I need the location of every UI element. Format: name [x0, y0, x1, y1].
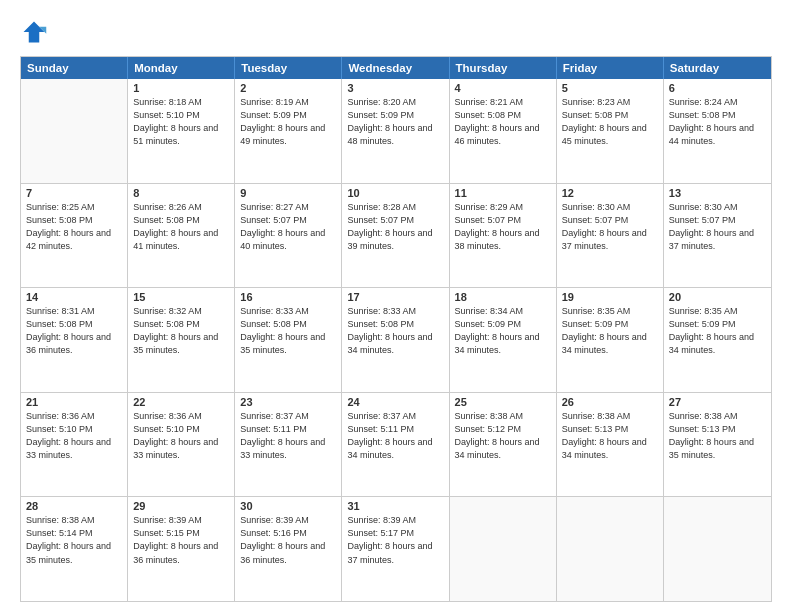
- calendar-header: SundayMondayTuesdayWednesdayThursdayFrid…: [21, 57, 771, 79]
- calendar-row-2: 14Sunrise: 8:31 AM Sunset: 5:08 PM Dayli…: [21, 287, 771, 392]
- day-number: 28: [26, 500, 122, 512]
- cell-info: Sunrise: 8:21 AM Sunset: 5:08 PM Dayligh…: [455, 96, 551, 148]
- day-number: 20: [669, 291, 766, 303]
- cell-info: Sunrise: 8:38 AM Sunset: 5:12 PM Dayligh…: [455, 410, 551, 462]
- calendar-cell: 13Sunrise: 8:30 AM Sunset: 5:07 PM Dayli…: [664, 184, 771, 288]
- cell-info: Sunrise: 8:31 AM Sunset: 5:08 PM Dayligh…: [26, 305, 122, 357]
- day-number: 12: [562, 187, 658, 199]
- cell-info: Sunrise: 8:38 AM Sunset: 5:14 PM Dayligh…: [26, 514, 122, 566]
- calendar-body: 1Sunrise: 8:18 AM Sunset: 5:10 PM Daylig…: [21, 79, 771, 601]
- day-number: 16: [240, 291, 336, 303]
- calendar-cell: [664, 497, 771, 601]
- calendar-row-3: 21Sunrise: 8:36 AM Sunset: 5:10 PM Dayli…: [21, 392, 771, 497]
- logo: [20, 18, 52, 46]
- cell-info: Sunrise: 8:30 AM Sunset: 5:07 PM Dayligh…: [562, 201, 658, 253]
- day-number: 4: [455, 82, 551, 94]
- calendar-cell: 2Sunrise: 8:19 AM Sunset: 5:09 PM Daylig…: [235, 79, 342, 183]
- day-number: 18: [455, 291, 551, 303]
- day-number: 22: [133, 396, 229, 408]
- day-number: 30: [240, 500, 336, 512]
- calendar-cell: 23Sunrise: 8:37 AM Sunset: 5:11 PM Dayli…: [235, 393, 342, 497]
- calendar-cell: 27Sunrise: 8:38 AM Sunset: 5:13 PM Dayli…: [664, 393, 771, 497]
- calendar-cell: 7Sunrise: 8:25 AM Sunset: 5:08 PM Daylig…: [21, 184, 128, 288]
- calendar-cell: 3Sunrise: 8:20 AM Sunset: 5:09 PM Daylig…: [342, 79, 449, 183]
- cell-info: Sunrise: 8:25 AM Sunset: 5:08 PM Dayligh…: [26, 201, 122, 253]
- calendar-cell: [450, 497, 557, 601]
- day-number: 9: [240, 187, 336, 199]
- header: [20, 18, 772, 46]
- day-number: 26: [562, 396, 658, 408]
- day-number: 29: [133, 500, 229, 512]
- calendar-cell: 26Sunrise: 8:38 AM Sunset: 5:13 PM Dayli…: [557, 393, 664, 497]
- day-number: 19: [562, 291, 658, 303]
- day-number: 6: [669, 82, 766, 94]
- calendar-cell: 16Sunrise: 8:33 AM Sunset: 5:08 PM Dayli…: [235, 288, 342, 392]
- day-number: 8: [133, 187, 229, 199]
- calendar-cell: 24Sunrise: 8:37 AM Sunset: 5:11 PM Dayli…: [342, 393, 449, 497]
- calendar-cell: 8Sunrise: 8:26 AM Sunset: 5:08 PM Daylig…: [128, 184, 235, 288]
- calendar-cell: 20Sunrise: 8:35 AM Sunset: 5:09 PM Dayli…: [664, 288, 771, 392]
- cell-info: Sunrise: 8:39 AM Sunset: 5:15 PM Dayligh…: [133, 514, 229, 566]
- cell-info: Sunrise: 8:38 AM Sunset: 5:13 PM Dayligh…: [562, 410, 658, 462]
- calendar-cell: 21Sunrise: 8:36 AM Sunset: 5:10 PM Dayli…: [21, 393, 128, 497]
- cell-info: Sunrise: 8:35 AM Sunset: 5:09 PM Dayligh…: [562, 305, 658, 357]
- header-day-monday: Monday: [128, 57, 235, 79]
- header-day-thursday: Thursday: [450, 57, 557, 79]
- cell-info: Sunrise: 8:37 AM Sunset: 5:11 PM Dayligh…: [240, 410, 336, 462]
- calendar-cell: [21, 79, 128, 183]
- cell-info: Sunrise: 8:19 AM Sunset: 5:09 PM Dayligh…: [240, 96, 336, 148]
- page: SundayMondayTuesdayWednesdayThursdayFrid…: [0, 0, 792, 612]
- cell-info: Sunrise: 8:27 AM Sunset: 5:07 PM Dayligh…: [240, 201, 336, 253]
- logo-icon: [20, 18, 48, 46]
- calendar-cell: 29Sunrise: 8:39 AM Sunset: 5:15 PM Dayli…: [128, 497, 235, 601]
- cell-info: Sunrise: 8:39 AM Sunset: 5:17 PM Dayligh…: [347, 514, 443, 566]
- cell-info: Sunrise: 8:32 AM Sunset: 5:08 PM Dayligh…: [133, 305, 229, 357]
- calendar-cell: 6Sunrise: 8:24 AM Sunset: 5:08 PM Daylig…: [664, 79, 771, 183]
- cell-info: Sunrise: 8:37 AM Sunset: 5:11 PM Dayligh…: [347, 410, 443, 462]
- calendar-cell: 19Sunrise: 8:35 AM Sunset: 5:09 PM Dayli…: [557, 288, 664, 392]
- day-number: 31: [347, 500, 443, 512]
- day-number: 3: [347, 82, 443, 94]
- cell-info: Sunrise: 8:26 AM Sunset: 5:08 PM Dayligh…: [133, 201, 229, 253]
- calendar-cell: 5Sunrise: 8:23 AM Sunset: 5:08 PM Daylig…: [557, 79, 664, 183]
- calendar-cell: 11Sunrise: 8:29 AM Sunset: 5:07 PM Dayli…: [450, 184, 557, 288]
- calendar-cell: 17Sunrise: 8:33 AM Sunset: 5:08 PM Dayli…: [342, 288, 449, 392]
- cell-info: Sunrise: 8:36 AM Sunset: 5:10 PM Dayligh…: [26, 410, 122, 462]
- day-number: 14: [26, 291, 122, 303]
- day-number: 27: [669, 396, 766, 408]
- header-day-friday: Friday: [557, 57, 664, 79]
- day-number: 7: [26, 187, 122, 199]
- cell-info: Sunrise: 8:38 AM Sunset: 5:13 PM Dayligh…: [669, 410, 766, 462]
- calendar-cell: 25Sunrise: 8:38 AM Sunset: 5:12 PM Dayli…: [450, 393, 557, 497]
- cell-info: Sunrise: 8:28 AM Sunset: 5:07 PM Dayligh…: [347, 201, 443, 253]
- header-day-sunday: Sunday: [21, 57, 128, 79]
- calendar-cell: 12Sunrise: 8:30 AM Sunset: 5:07 PM Dayli…: [557, 184, 664, 288]
- cell-info: Sunrise: 8:24 AM Sunset: 5:08 PM Dayligh…: [669, 96, 766, 148]
- day-number: 13: [669, 187, 766, 199]
- calendar-cell: 28Sunrise: 8:38 AM Sunset: 5:14 PM Dayli…: [21, 497, 128, 601]
- day-number: 24: [347, 396, 443, 408]
- cell-info: Sunrise: 8:33 AM Sunset: 5:08 PM Dayligh…: [347, 305, 443, 357]
- cell-info: Sunrise: 8:30 AM Sunset: 5:07 PM Dayligh…: [669, 201, 766, 253]
- day-number: 17: [347, 291, 443, 303]
- cell-info: Sunrise: 8:39 AM Sunset: 5:16 PM Dayligh…: [240, 514, 336, 566]
- day-number: 15: [133, 291, 229, 303]
- day-number: 25: [455, 396, 551, 408]
- calendar-cell: [557, 497, 664, 601]
- calendar-cell: 30Sunrise: 8:39 AM Sunset: 5:16 PM Dayli…: [235, 497, 342, 601]
- cell-info: Sunrise: 8:34 AM Sunset: 5:09 PM Dayligh…: [455, 305, 551, 357]
- calendar-cell: 18Sunrise: 8:34 AM Sunset: 5:09 PM Dayli…: [450, 288, 557, 392]
- calendar-cell: 4Sunrise: 8:21 AM Sunset: 5:08 PM Daylig…: [450, 79, 557, 183]
- calendar: SundayMondayTuesdayWednesdayThursdayFrid…: [20, 56, 772, 602]
- cell-info: Sunrise: 8:36 AM Sunset: 5:10 PM Dayligh…: [133, 410, 229, 462]
- calendar-row-1: 7Sunrise: 8:25 AM Sunset: 5:08 PM Daylig…: [21, 183, 771, 288]
- calendar-row-0: 1Sunrise: 8:18 AM Sunset: 5:10 PM Daylig…: [21, 79, 771, 183]
- header-day-saturday: Saturday: [664, 57, 771, 79]
- calendar-row-4: 28Sunrise: 8:38 AM Sunset: 5:14 PM Dayli…: [21, 496, 771, 601]
- calendar-cell: 15Sunrise: 8:32 AM Sunset: 5:08 PM Dayli…: [128, 288, 235, 392]
- day-number: 2: [240, 82, 336, 94]
- calendar-cell: 14Sunrise: 8:31 AM Sunset: 5:08 PM Dayli…: [21, 288, 128, 392]
- calendar-cell: 31Sunrise: 8:39 AM Sunset: 5:17 PM Dayli…: [342, 497, 449, 601]
- header-day-wednesday: Wednesday: [342, 57, 449, 79]
- cell-info: Sunrise: 8:33 AM Sunset: 5:08 PM Dayligh…: [240, 305, 336, 357]
